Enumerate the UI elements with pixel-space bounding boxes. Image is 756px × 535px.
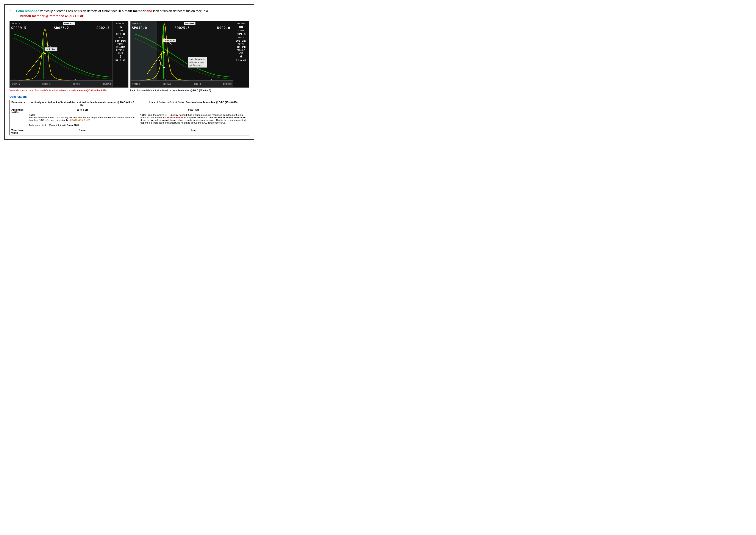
section-title: 6.Echo response vertically oriented Lack… xyxy=(10,9,249,18)
left-db-val: 51.0 dB xyxy=(115,59,125,62)
branch-amplitude-value: 90% FSH xyxy=(140,108,247,111)
header-param: Parameters xyxy=(10,100,27,107)
right-right-panel: MEASURE ON X-OFF 009.0 ANGLE 060 DEG THI… xyxy=(233,21,249,87)
header-branch-text: Lack of fusion defect at fusion face in … xyxy=(149,101,197,103)
right-d: D002.0 xyxy=(217,26,230,30)
branch-text3: due to xyxy=(201,116,209,119)
observation-title: Observation: xyxy=(10,95,249,98)
right-caption-bold: branch member xyxy=(172,89,190,92)
left-xoff-val: 009.0 xyxy=(116,32,125,36)
right-xoff-val: 009.0 xyxy=(236,32,245,36)
left-caption-bold: main member xyxy=(71,89,86,92)
left-d: D002.3 xyxy=(96,26,109,30)
branch-amplitude: 90% FSH Note: From the above CRT display… xyxy=(138,107,249,128)
right-db-val: 51.0 dB xyxy=(236,59,246,62)
left-indication-label: Indication xyxy=(44,47,58,51)
svg-line-14 xyxy=(26,52,44,74)
left-oscilloscope: FREEZE MODSONIC MENU 8 SP039.5 SD025.2 D… xyxy=(10,21,128,88)
images-row: FREEZE MODSONIC MENU 8 SP039.5 SD025.2 D… xyxy=(10,21,249,93)
right-bottom-sd: SD025.6 xyxy=(163,83,171,85)
table-row-amplitude: Amplitude% FSH 28 % FSH Note: Noticed fr… xyxy=(10,107,249,128)
right-measure-label: MEASURE xyxy=(237,22,245,25)
page-container: 6.Echo response vertically oriented Lack… xyxy=(4,4,254,140)
right-waveform: 0.0 25 50 75 100 125 xyxy=(131,21,249,87)
right-header: FREEZE MODSONIC MENU 8 xyxy=(131,22,249,25)
right-sp: SP040.0 xyxy=(132,26,147,30)
left-right-panel: MEASURE ON X-OFF 009.0 ANGLE 060 DEG THI… xyxy=(113,21,128,87)
data-table: Parameters Vertically oriented lack of f… xyxy=(10,99,249,135)
branch-text2: is xyxy=(186,116,189,119)
title-branch-member: branch member xyxy=(20,14,44,18)
left-bottom-bar: SP039.5 SD025.2 D002.3 SINGLE xyxy=(10,80,113,87)
left-thick-val: 011.0MM xyxy=(116,46,125,48)
right-indication-detail: Indication due toreflector in capreinfor… xyxy=(188,57,207,68)
title-text2: lack of fusion defect at fusion face in … xyxy=(153,9,208,13)
right-xoff-label: X-OFF xyxy=(238,30,244,32)
branch-note-title: Note: xyxy=(140,114,146,116)
right-sd: SD025.6 xyxy=(175,26,190,30)
main-amplitude-value: 28 % FSH xyxy=(29,108,136,111)
left-caption-text: Vertically oriented lack of fusion defec… xyxy=(10,89,71,92)
header-branch-suffix: @ DAC (45 + 6 dB) xyxy=(215,101,237,103)
left-xoff-label: X-OFF xyxy=(118,30,123,32)
param-timebase: Time basewidth xyxy=(10,128,27,135)
main-note-title: Note: xyxy=(29,114,35,116)
right-logo: MODSONIC xyxy=(184,22,195,25)
right-thick-val: 011.0MM xyxy=(236,46,245,48)
right-bottom-d: D002.0 xyxy=(194,83,201,85)
main-timebase: 1 mm xyxy=(27,128,138,135)
left-values: SP039.5 SD025.2 D002.3 xyxy=(10,26,128,30)
right-single-btn[interactable]: SINGLE xyxy=(223,83,231,85)
left-sp: SP039.5 xyxy=(11,26,26,30)
left-single-btn[interactable]: SINGLE xyxy=(103,83,111,85)
left-bottom-sd: SD025.2 xyxy=(42,83,51,85)
right-angle-val: 060 DEG xyxy=(235,39,247,42)
right-angle-label: ANGLE xyxy=(238,37,244,39)
observation-section: Observation: Parameters Vertically orien… xyxy=(10,95,249,135)
main-ref-text: Reference block : 38mm thick with xyxy=(29,124,67,127)
left-bottom-d: D002.3 xyxy=(73,83,80,85)
right-freeze: FREEZE xyxy=(132,22,141,25)
main-amplitude: 28 % FSH Note: Noticed from the above CR… xyxy=(27,107,138,128)
left-angle-label: ANGLE xyxy=(118,37,123,39)
right-ref-label: REF45.0 xyxy=(237,49,245,51)
right-gain-label: GAIN xyxy=(239,52,244,54)
header-main-text: Vertically oriented lack of fusion defec… xyxy=(31,101,100,103)
title-ref: @ reference 45 dB + 6 dB xyxy=(44,14,85,18)
left-ref-label: REF45.0 xyxy=(116,49,124,51)
title-text1: vertically oriented Lack of fusion defec… xyxy=(39,9,124,13)
left-measure-val: ON xyxy=(119,25,122,29)
right-panel: FREEZE MODSONIC MENU 8 SP040.0 SD025.6 D… xyxy=(130,21,249,93)
main-dac-val: DAC (45 + 6 dB) xyxy=(71,119,90,122)
param-amplitude: Amplitude% FSH xyxy=(10,107,27,128)
right-oscilloscope: FREEZE MODSONIC MENU 8 SP040.0 SD025.6 D… xyxy=(130,21,249,88)
left-thick-label: THICK xyxy=(118,43,123,45)
right-bottom-sp: SP040.0 xyxy=(132,83,141,85)
header-branch: Lack of fusion defect at fusion face in … xyxy=(138,100,249,107)
left-freeze: FREEZE xyxy=(12,22,20,25)
title-echo: Echo response xyxy=(16,9,40,13)
left-waveform: 0.0 25 50 75 100 125 xyxy=(10,21,128,87)
left-gain-label: GAIN xyxy=(118,52,123,54)
right-values: SP040.0 SD025.6 D002.0 xyxy=(131,26,249,30)
right-caption: Lack of fusion defect at fusion face in … xyxy=(130,88,249,93)
left-header: FREEZE MODSONIC MENU 8 xyxy=(10,22,128,25)
left-measure-label: MEASURE xyxy=(116,22,124,25)
right-measure-val: ON xyxy=(239,25,243,29)
header-main: Vertically oriented lack of fusion defec… xyxy=(27,100,138,107)
right-thick-label: THICK xyxy=(238,43,244,45)
right-caption-suffix: @ DAC (45 + 6 dB) xyxy=(190,89,211,92)
header-branch-bold: branch member xyxy=(197,101,215,103)
svg-rect-16 xyxy=(131,21,157,81)
right-bottom-bar: SP040.0 SD025.6 D002.0 SINGLE xyxy=(131,80,233,87)
left-caption-suffix: @DAC (45 + 6 dB) xyxy=(86,89,106,92)
main-ref-bold: 3mm SDH xyxy=(67,124,79,127)
title-and: and xyxy=(146,9,153,13)
branch-bold2: optimized xyxy=(189,116,201,119)
left-caption: Vertically oriented lack of fusion defec… xyxy=(10,88,128,93)
header-main-bold: main member xyxy=(100,101,116,103)
left-gain-val: 6 xyxy=(120,55,121,58)
left-panel: FREEZE MODSONIC MENU 8 SP039.5 SD025.2 D… xyxy=(10,21,128,93)
left-logo: MODSONIC xyxy=(63,22,74,25)
section-number: 6. xyxy=(10,9,12,13)
